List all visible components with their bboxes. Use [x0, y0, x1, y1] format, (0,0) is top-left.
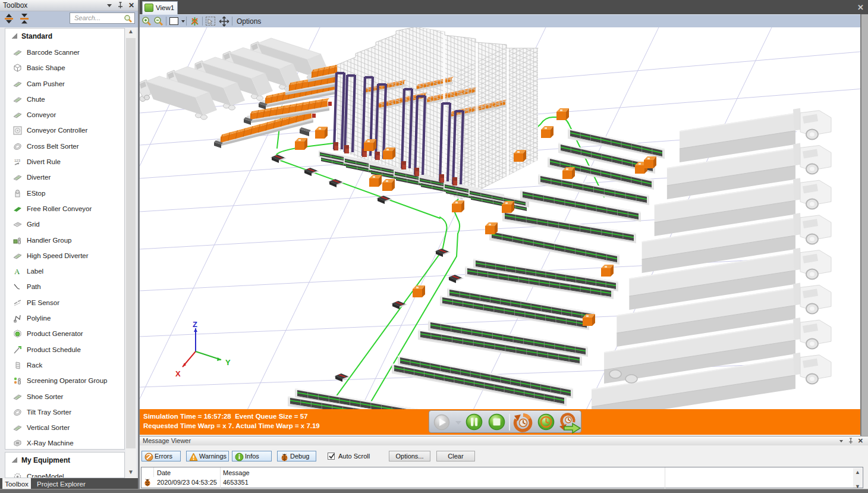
svg-text:A: A — [14, 267, 20, 276]
svg-text:Z: Z — [193, 320, 197, 329]
svg-text:123: 123 — [14, 159, 21, 162]
svg-text:X: X — [175, 369, 181, 378]
svg-text:Y: Y — [225, 358, 231, 367]
